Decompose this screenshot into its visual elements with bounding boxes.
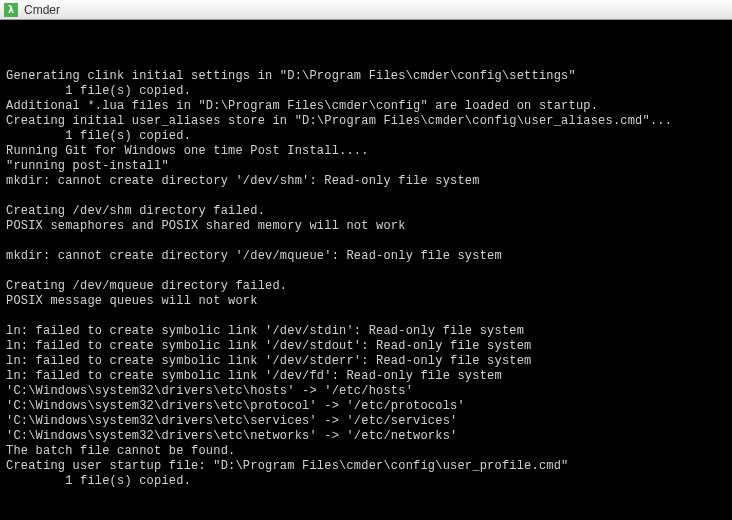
window-titlebar[interactable]: λ Cmder bbox=[0, 0, 732, 20]
terminal-line: 'C:\Windows\system32\drivers\etc\hosts' … bbox=[6, 384, 726, 399]
terminal-line bbox=[6, 489, 726, 504]
terminal-line bbox=[6, 309, 726, 324]
terminal-line: Creating /dev/mqueue directory failed. bbox=[6, 279, 726, 294]
terminal-line: POSIX message queues will not work bbox=[6, 294, 726, 309]
terminal-line bbox=[6, 504, 726, 519]
terminal-line bbox=[6, 264, 726, 279]
app-lambda-icon: λ bbox=[4, 3, 18, 17]
terminal-line: Additional *.lua files in "D:\Program Fi… bbox=[6, 99, 726, 114]
terminal-line: Creating user startup file: "D:\Program … bbox=[6, 459, 726, 474]
terminal-line: 'C:\Windows\system32\drivers\etc\protoco… bbox=[6, 399, 726, 414]
terminal-line: "running post-install" bbox=[6, 159, 726, 174]
terminal-line: 1 file(s) copied. bbox=[6, 84, 726, 99]
window-title: Cmder bbox=[24, 3, 60, 17]
terminal-line: 'C:\Windows\system32\drivers\etc\network… bbox=[6, 429, 726, 444]
terminal-line bbox=[6, 234, 726, 249]
terminal-line: The batch file cannot be found. bbox=[6, 444, 726, 459]
terminal-line: Creating initial user_aliases store in "… bbox=[6, 114, 726, 129]
terminal-line bbox=[6, 54, 726, 69]
terminal-line bbox=[6, 189, 726, 204]
terminal-line: Running Git for Windows one time Post In… bbox=[6, 144, 726, 159]
terminal-line: Creating /dev/shm directory failed. bbox=[6, 204, 726, 219]
terminal-line: mkdir: cannot create directory '/dev/mqu… bbox=[6, 249, 726, 264]
terminal-line: ln: failed to create symbolic link '/dev… bbox=[6, 339, 726, 354]
terminal-viewport[interactable]: Generating clink initial settings in "D:… bbox=[0, 20, 732, 520]
terminal-line: Generating clink initial settings in "D:… bbox=[6, 69, 726, 84]
terminal-line: POSIX semaphores and POSIX shared memory… bbox=[6, 219, 726, 234]
terminal-line: 1 file(s) copied. bbox=[6, 474, 726, 489]
terminal-line: 'C:\Windows\system32\drivers\etc\service… bbox=[6, 414, 726, 429]
terminal-line: 1 file(s) copied. bbox=[6, 129, 726, 144]
terminal-line: ln: failed to create symbolic link '/dev… bbox=[6, 354, 726, 369]
terminal-line: ln: failed to create symbolic link '/dev… bbox=[6, 369, 726, 384]
terminal-line: ln: failed to create symbolic link '/dev… bbox=[6, 324, 726, 339]
terminal-line: mkdir: cannot create directory '/dev/shm… bbox=[6, 174, 726, 189]
terminal-output: Generating clink initial settings in "D:… bbox=[6, 54, 726, 519]
